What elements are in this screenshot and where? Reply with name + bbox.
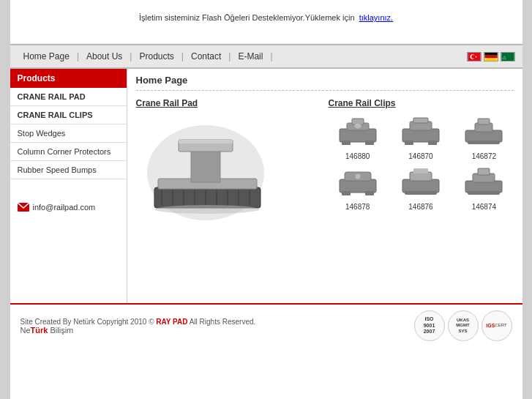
flash-message: İşletim sisteminiz Flash Öğeleri Destekl… [139,13,355,22]
sidebar-item-stop-wedges[interactable]: Stop Wedges [10,124,127,143]
svg-point-26 [154,205,260,214]
clip-146876: 146876 [391,165,450,211]
flash-notice: İşletim sisteminiz Flash Öğeleri Destekl… [10,0,522,44]
clip-label-146880: 146880 [329,152,387,160]
crane-rail-clips-col: Crane Rail Clips [329,98,514,234]
footer-copyright-text: Site Created By Netürk Copyright 2010 © [20,318,157,326]
svg-rect-5 [484,53,497,56]
sidebar-title: Products [10,69,127,88]
cert-ukas: UKASMGMTSYS [448,310,479,341]
clips-grid: 146880 146870 [329,114,514,211]
svg-rect-35 [413,118,428,123]
nav-email[interactable]: E-Mail [232,50,269,63]
sidebar-item-rubber-speed[interactable]: Rubber Speed Bumps [10,161,127,179]
footer-logo-ne: Ne [20,326,31,335]
svg-rect-27 [340,129,376,142]
navbar: Home Page | About Us | Products | Contac… [10,44,522,69]
wrapper: İşletim sisteminiz Flash Öğeleri Destekl… [10,0,522,399]
nav-flags: △ [467,52,522,61]
nav-products[interactable]: Products [133,50,179,63]
svg-point-46 [355,174,361,179]
svg-point-32 [354,123,361,129]
flash-link[interactable]: tıklayınız. [359,13,393,22]
footer-logo-turk: Türk [31,326,48,335]
footer-logo: NeTürk Bilişim [20,326,256,335]
flag-sa[interactable]: △ [501,52,515,61]
cert-badges: ISO90012007 UKASMGMTSYS iGSCERT [414,310,512,341]
clip-img-146878 [336,165,380,201]
svg-rect-53 [478,168,490,175]
nav-sep-3: | [180,51,185,61]
clip-146874: 146874 [454,165,513,211]
cert-igs: iGSCERT [482,310,512,341]
sidebar-item-crane-rail-pad[interactable]: CRANE RAIL PAD [10,88,127,106]
sidebar-item-crane-rail-clips[interactable]: CRANE RAIL CLIPS [10,106,127,124]
clip-146878: 146878 [329,165,387,211]
nav-sep-2: | [128,51,133,61]
flag-de[interactable] [484,52,498,61]
flag-tr[interactable] [467,52,482,61]
svg-rect-36 [405,141,413,145]
svg-rect-54 [468,191,500,195]
svg-rect-47 [402,179,439,193]
nav-sep-5: | [269,51,274,61]
crane-rail-pad-image [136,114,275,231]
clip-img-146870 [399,114,443,151]
sidebar: Products CRANE RAIL PAD CRANE RAIL CLIPS… [10,69,127,303]
svg-rect-42 [340,179,376,193]
svg-rect-41 [468,141,500,144]
nav-links: Home Page | About Us | Products | Contac… [10,45,282,67]
svg-rect-12 [154,187,261,208]
svg-rect-40 [478,119,490,124]
clip-146872: 146872 [454,114,513,160]
footer-text-block: Site Created By Netürk Copyright 2010 © … [20,318,256,335]
crane-rail-pad-col: Crane Rail Pad [136,98,321,234]
main-area: Products CRANE RAIL PAD CRANE RAIL CLIPS… [10,69,522,303]
nav-home[interactable]: Home Page [18,50,75,63]
svg-rect-23 [191,147,220,182]
clip-label-146876: 146876 [391,203,450,211]
nav-sep-1: | [75,51,80,61]
content-area: Home Page Crane Rail Pad [127,69,522,303]
svg-rect-50 [413,168,428,174]
clip-label-146870: 146870 [391,152,450,160]
cert-iso: ISO90012007 [414,310,445,341]
nav-sep-4: | [227,51,232,61]
svg-rect-33 [402,129,439,142]
nav-contact[interactable]: Contact [185,50,227,63]
clip-img-146872 [462,114,506,151]
clip-label-146872: 146872 [454,152,513,160]
clip-label-146874: 146874 [454,203,513,211]
footer: Site Created By Netürk Copyright 2010 © … [10,303,522,347]
svg-rect-6 [484,55,497,58]
svg-text:△: △ [502,53,506,59]
svg-rect-31 [365,141,374,145]
clip-146870: 146870 [391,114,450,160]
svg-rect-49 [405,191,437,195]
clip-label-146878: 146878 [329,203,387,211]
svg-rect-37 [428,141,437,145]
footer-rights: All Rights Reserved. [190,318,256,326]
content-title: Home Page [136,75,514,91]
email-address: info@railpad.com [33,203,96,212]
svg-rect-25 [179,140,233,143]
crane-rail-clips-title: Crane Rail Clips [329,98,514,108]
svg-point-2 [471,54,475,58]
footer-copyright: Site Created By Netürk Copyright 2010 © … [20,318,256,326]
email-icon [18,203,29,212]
footer-brand: RAY PAD [156,318,187,326]
svg-rect-45 [365,191,374,195]
sidebar-email[interactable]: info@railpad.com [10,194,127,220]
products-row: Crane Rail Pad [136,98,514,234]
clip-img-146874 [462,165,506,201]
sidebar-item-column-corner[interactable]: Column Corner Protectors [10,143,127,161]
clip-img-146876 [399,165,443,201]
footer-logo-bilisim: Bilişim [48,326,73,335]
svg-rect-30 [342,141,351,145]
crane-rail-pad-title: Crane Rail Pad [136,98,321,108]
clip-img-146880 [336,114,380,151]
svg-rect-44 [342,191,351,195]
nav-about[interactable]: About Us [80,50,128,63]
clip-146880: 146880 [329,114,387,160]
svg-rect-7 [484,58,497,61]
